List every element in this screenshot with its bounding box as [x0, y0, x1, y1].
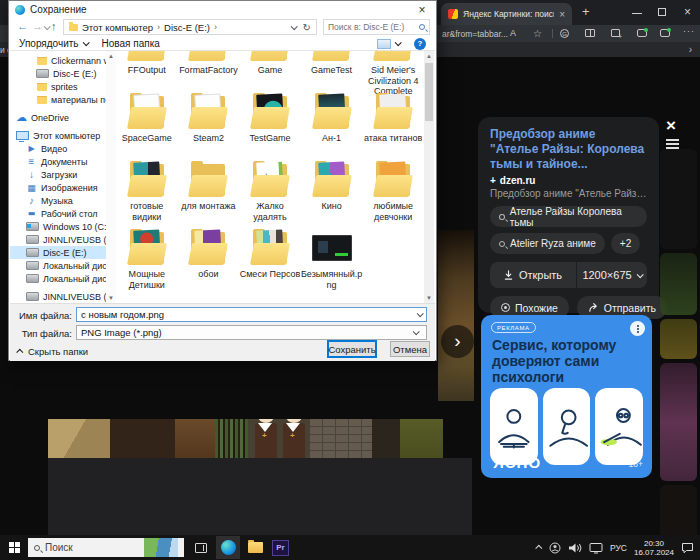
sidebar-item[interactable]: JINNLIVEUSB (D:)	[10, 290, 106, 303]
sidebar-item[interactable]: Музыка	[10, 194, 106, 207]
file-item[interactable]: Смеси Персов	[239, 227, 301, 295]
task-view-icon[interactable]	[195, 543, 207, 553]
ad-menu-icon[interactable]	[630, 321, 645, 336]
premiere-pro-icon[interactable]: Pr	[272, 540, 289, 556]
volume-icon[interactable]	[568, 542, 582, 554]
file-item[interactable]: готовые видики	[116, 159, 178, 227]
start-button[interactable]	[9, 542, 20, 553]
tracking-prevention-icon[interactable]: G	[560, 29, 569, 38]
file-item[interactable]: Безымянный.png	[301, 227, 363, 295]
sidebar-item[interactable]: JINNLIVEUSB (D:	[10, 233, 106, 246]
explorer-search-box[interactable]	[323, 19, 430, 35]
search-input[interactable]	[328, 22, 413, 32]
sidebar-item[interactable]: Windows 10 (C:)	[10, 220, 106, 233]
window-close-button[interactable]: ×	[684, 5, 691, 19]
new-folder-button[interactable]: Новая папка	[102, 38, 160, 49]
filetype-select[interactable]: PNG Image (*.png)	[76, 325, 427, 340]
extensions-icon[interactable]	[660, 29, 670, 37]
up-arrow-icon[interactable]: ↑	[51, 20, 57, 32]
source-row[interactable]: + dzen.ru	[490, 175, 647, 186]
new-tab-button[interactable]: +	[582, 4, 590, 19]
url-text[interactable]: ar&from=tabbar...	[442, 29, 508, 39]
window-minimize-button[interactable]	[632, 13, 642, 14]
read-aloud-icon[interactable]: A	[510, 28, 516, 38]
size-dropdown[interactable]: 1200×675	[577, 262, 647, 288]
organize-menu[interactable]: Упорядочить	[19, 38, 88, 49]
file-item[interactable]: Жалко удалять	[239, 159, 301, 227]
ad-banner[interactable]: РЕКЛАМА Сервис, которому доверяют сами п…	[481, 315, 652, 478]
file-item[interactable]: GameTest	[301, 51, 363, 91]
back-arrow-icon[interactable]: ←	[17, 20, 28, 32]
browser-menu-icon[interactable]: ···	[683, 26, 695, 36]
window-maximize-button[interactable]	[658, 8, 666, 16]
network-icon[interactable]	[589, 542, 603, 554]
file-explorer-icon[interactable]	[248, 542, 263, 553]
browser-essentials-icon[interactable]	[637, 29, 647, 37]
sidebar-item[interactable]: Загрузки	[10, 168, 106, 181]
cancel-button[interactable]: Отмена	[390, 341, 430, 357]
sidebar-item[interactable]: sprites	[10, 80, 106, 93]
search-chip[interactable]: Ателье Райзы Королева тьмы	[490, 206, 647, 227]
history-chevron-icon[interactable]	[44, 23, 51, 30]
taskbar-search-box[interactable]: Поиск	[28, 538, 184, 557]
open-button[interactable]: Открыть	[490, 262, 576, 288]
sidebar-item[interactable]: OneDrive	[10, 111, 106, 124]
viewer-close-icon[interactable]: ×	[666, 116, 676, 136]
side-thumbnail[interactable]	[660, 253, 697, 315]
side-thumbnail[interactable]	[660, 149, 697, 249]
file-item[interactable]: SpaceGame	[116, 91, 178, 159]
file-item[interactable]: Кино	[301, 159, 363, 227]
bookmarks-overflow-chevron[interactable]: ›	[689, 44, 692, 55]
notification-center-icon[interactable]	[681, 542, 694, 554]
filename-input[interactable]	[77, 309, 417, 320]
help-icon[interactable]: ?	[414, 38, 426, 50]
chevron-down-icon[interactable]	[417, 310, 424, 317]
save-button[interactable]: Сохранить	[328, 341, 376, 357]
collections-icon[interactable]	[611, 29, 620, 37]
scrollbar-thumb[interactable]	[425, 63, 433, 121]
side-thumbnail[interactable]	[660, 363, 697, 481]
favorite-star-icon[interactable]: ☆	[533, 28, 542, 39]
file-list-scrollbar[interactable]: ▲▼	[424, 51, 434, 303]
sidebar-item[interactable]: Clickermann v4.	[10, 54, 106, 67]
tab-yandex-images[interactable]: Яндекс Картинки: поиск похож... ×	[441, 3, 572, 25]
search-chip[interactable]: +2	[611, 233, 640, 254]
file-item[interactable]: Game	[239, 51, 301, 91]
file-item[interactable]: атака титанов	[362, 91, 424, 159]
sidebar-item[interactable]: Disc-E (E:)	[10, 246, 106, 259]
language-indicator[interactable]: РУС	[610, 543, 627, 553]
sidebar-item[interactable]: Локальный дис	[10, 259, 106, 272]
sidebar-item[interactable]: Локальный дис	[10, 272, 106, 285]
dialog-title-bar[interactable]: Сохранение ×	[9, 1, 436, 18]
result-title-link[interactable]: Предобзор аниме "Ателье Райзы: Королева …	[490, 127, 647, 172]
account-tray-icon[interactable]	[549, 542, 561, 554]
split-screen-icon[interactable]	[585, 29, 595, 37]
file-item[interactable]: Ан-1	[301, 91, 363, 159]
sidebar-scrollbar[interactable]: ▲▼	[106, 51, 116, 303]
search-chip[interactable]: Atelier Ryza аниме	[490, 233, 605, 254]
sidebar-item[interactable]: Изображения	[10, 181, 106, 194]
file-item[interactable]: Мощные Детишки	[116, 227, 178, 295]
file-item[interactable]: для монтажа	[178, 159, 240, 227]
sidebar-item[interactable]: Видео	[10, 142, 106, 155]
hidden-icons-chevron[interactable]	[535, 545, 542, 552]
source-domain[interactable]: dzen.ru	[500, 175, 536, 186]
breadcrumb[interactable]: Этот компьютер › Disc-E (E:) › ↻	[63, 19, 317, 35]
file-item[interactable]: FFOutput	[116, 51, 178, 91]
file-item[interactable]: Sid Meier's Civilization 4 Complete	[362, 51, 424, 91]
file-item[interactable]: FormatFactory	[178, 51, 240, 91]
breadcrumb-root[interactable]: Этот компьютер	[82, 22, 153, 33]
side-thumbnail[interactable]	[660, 319, 697, 359]
next-image-button[interactable]: ›	[441, 325, 474, 358]
file-item[interactable]: любимые девчонки	[362, 159, 424, 227]
refresh-icon[interactable]: ↻	[303, 22, 311, 33]
sidebar-item[interactable]: Этот компьютер	[10, 129, 106, 142]
sidebar-item[interactable]: Рабочий стол	[10, 207, 106, 220]
view-mode-button[interactable]	[377, 39, 400, 49]
taskbar-edge-icon[interactable]	[216, 536, 240, 559]
search-highlight-image[interactable]	[144, 538, 178, 557]
sidebar-item[interactable]: Документы	[10, 155, 106, 168]
dialog-close-button[interactable]: ×	[408, 1, 436, 18]
file-item[interactable]: обои	[178, 227, 240, 295]
forward-arrow-icon[interactable]: →	[32, 20, 43, 32]
